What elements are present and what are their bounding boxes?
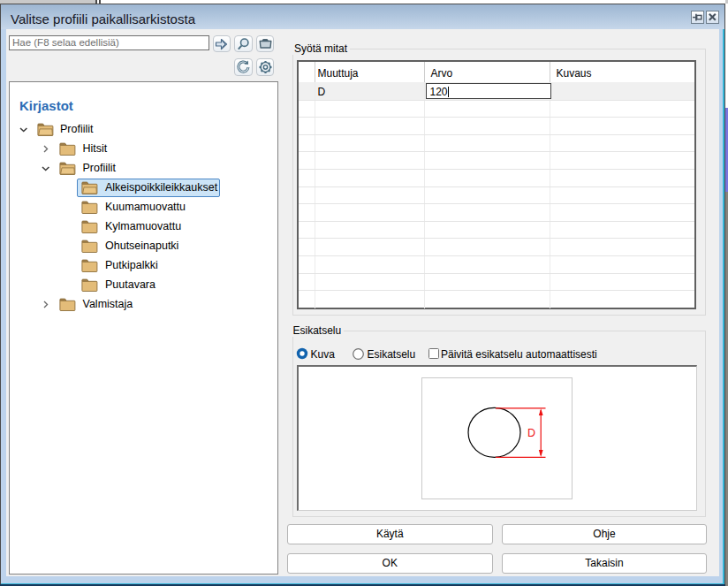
svg-text:D: D — [527, 427, 535, 439]
